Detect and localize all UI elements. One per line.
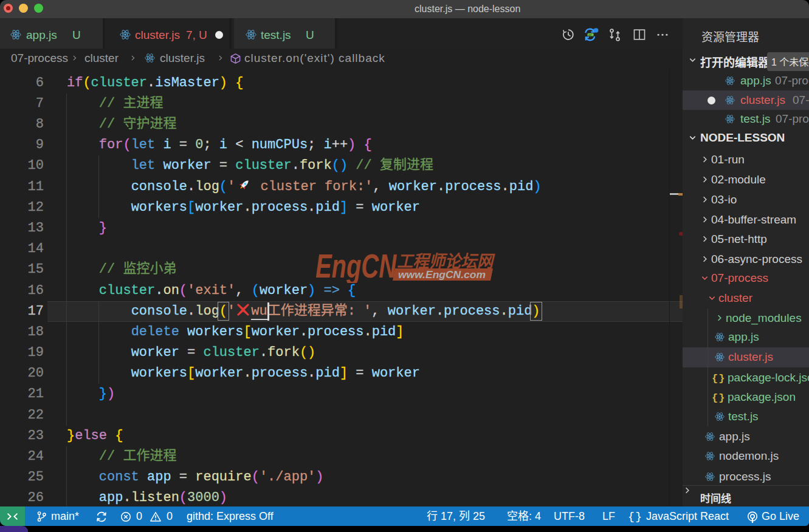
svg-text:EngCN: EngCN (315, 247, 397, 283)
svg-text:www.EngCN.com: www.EngCN.com (398, 269, 486, 280)
svg-text:diff: diff (588, 33, 592, 36)
